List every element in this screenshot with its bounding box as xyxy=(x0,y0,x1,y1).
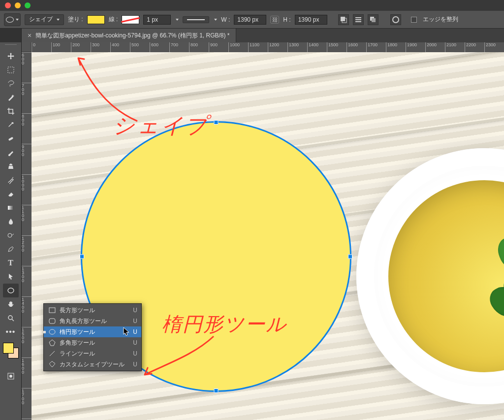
eyedropper-tool[interactable] xyxy=(3,118,19,132)
foreground-color-swatch[interactable] xyxy=(3,343,14,354)
ruler-tick: 700 xyxy=(169,42,178,52)
svg-rect-7 xyxy=(8,67,14,73)
ruler-tick: 1600 xyxy=(346,42,358,52)
document-tab-title: 簡単な図形appetizer-bowl-cooking-5794.jpg @ 6… xyxy=(35,32,229,40)
spot-healing-tool[interactable] xyxy=(3,132,19,146)
blur-tool[interactable] xyxy=(3,215,19,228)
move-tool[interactable] xyxy=(3,49,19,63)
ruler-tick: 500 xyxy=(130,42,139,52)
tool-mode-label: シェイプ xyxy=(29,15,53,24)
gradient-tool[interactable] xyxy=(3,201,19,215)
ruler-origin[interactable] xyxy=(22,42,32,52)
shape-width-input[interactable] xyxy=(234,15,266,25)
align-edges-label: エッジを整列 xyxy=(423,15,458,24)
flyout-item-label: カスタムシェイプツール xyxy=(60,360,125,369)
svg-rect-16 xyxy=(49,319,55,323)
svg-point-17 xyxy=(49,329,55,334)
ruler-tick: 2200 xyxy=(465,42,476,52)
stroke-label: 線 : xyxy=(109,15,118,24)
path-alignment-button[interactable] xyxy=(353,14,364,25)
selection-handle-top[interactable] xyxy=(214,120,219,125)
lasso-tool[interactable] xyxy=(3,77,19,91)
options-bar: シェイプ 塗り : 線 : W : ⛓ H : エッジを整列 xyxy=(0,11,504,29)
ruler-tick: 1900 xyxy=(406,42,417,52)
gear-icon xyxy=(392,16,399,23)
fill-color-swatch[interactable] xyxy=(87,15,105,24)
flyout-item-polygon[interactable]: 多角形ツールU xyxy=(44,337,141,348)
chevron-down-icon[interactable] xyxy=(214,19,217,21)
clone-stamp-tool[interactable] xyxy=(3,160,19,173)
ruler-tick: 600 xyxy=(22,52,32,65)
shape-options-button[interactable] xyxy=(390,14,401,25)
zoom-window-button[interactable] xyxy=(25,2,31,8)
ruler-tick: 1100 xyxy=(248,42,259,52)
ruler-tick: 1100 xyxy=(22,205,32,222)
ruler-tick: 200 xyxy=(71,42,80,52)
minimize-window-button[interactable] xyxy=(15,2,21,8)
height-label: H : xyxy=(283,16,290,23)
fill-label: 塗り : xyxy=(68,15,83,24)
eraser-tool[interactable] xyxy=(3,187,19,201)
selection-handle-left[interactable] xyxy=(80,255,84,259)
canvas-area: 0100200300400500600700800900100011001200… xyxy=(22,42,504,420)
custom-icon xyxy=(48,360,57,368)
align-edges-checkbox[interactable] xyxy=(411,17,417,23)
tool-mode-select[interactable]: シェイプ xyxy=(25,14,64,25)
selection-handle-bottom[interactable] xyxy=(214,388,219,393)
flyout-shortcut: U xyxy=(133,339,137,346)
ruler-tick: 1500 xyxy=(22,327,32,344)
svg-rect-3 xyxy=(355,19,361,20)
flyout-item-ellipse[interactable]: 楕円形ツールU xyxy=(44,326,141,337)
ruler-tick: 900 xyxy=(209,42,218,52)
stroke-style-select[interactable] xyxy=(183,16,209,23)
horizontal-ruler[interactable]: 0100200300400500600700800900100011001200… xyxy=(32,42,504,52)
stroke-width-input[interactable] xyxy=(143,15,171,25)
quick-mask-toggle[interactable] xyxy=(3,369,19,383)
path-operations-button[interactable] xyxy=(338,14,349,25)
ruler-tick: 300 xyxy=(91,42,99,52)
shape-tool[interactable] xyxy=(3,284,19,297)
flyout-shortcut: U xyxy=(133,318,137,324)
dodge-tool[interactable] xyxy=(3,228,19,242)
edit-toolbar-button[interactable]: ••• xyxy=(3,325,19,339)
flyout-item-roundrect[interactable]: 角丸長方形ツールU xyxy=(44,316,141,326)
svg-rect-15 xyxy=(49,308,55,313)
close-tab-icon[interactable]: × xyxy=(28,32,32,39)
flyout-shortcut: U xyxy=(133,361,137,368)
window-chrome xyxy=(0,0,504,11)
link-dimensions-toggle[interactable]: ⛓ xyxy=(270,16,279,24)
document-tabs: × 簡単な図形appetizer-bowl-cooking-5794.jpg @… xyxy=(0,29,504,42)
current-tool-indicator[interactable] xyxy=(4,13,21,26)
brush-tool[interactable] xyxy=(3,146,19,160)
chevron-down-icon[interactable] xyxy=(176,19,179,21)
path-selection-tool[interactable] xyxy=(3,270,19,284)
type-tool[interactable]: T xyxy=(3,256,19,270)
flyout-item-label: ラインツール xyxy=(60,350,95,358)
panel-collapse-handle[interactable] xyxy=(0,29,22,42)
document-tab[interactable]: × 簡単な図形appetizer-bowl-cooking-5794.jpg @… xyxy=(22,29,236,42)
svg-rect-6 xyxy=(372,18,376,22)
zoom-tool[interactable] xyxy=(3,311,19,325)
shape-height-input[interactable] xyxy=(295,15,327,25)
close-window-button[interactable] xyxy=(5,2,11,8)
selection-handle-right[interactable] xyxy=(348,255,352,259)
color-swatches[interactable] xyxy=(2,342,20,359)
ruler-tick: 800 xyxy=(22,113,32,126)
hand-tool[interactable] xyxy=(3,297,19,311)
panel-grip[interactable] xyxy=(3,44,18,48)
path-arrangement-button[interactable] xyxy=(368,14,378,25)
history-brush-tool[interactable] xyxy=(3,173,19,187)
ellipse-icon xyxy=(48,328,57,336)
crop-tool[interactable] xyxy=(3,104,19,118)
marquee-tool[interactable] xyxy=(3,63,19,77)
stroke-color-swatch[interactable] xyxy=(122,15,139,24)
vertical-ruler[interactable]: 6007008009001000110012001300140015001600… xyxy=(22,52,32,420)
pen-tool[interactable] xyxy=(3,242,19,256)
polygon-icon xyxy=(48,339,57,347)
flyout-item-line[interactable]: ラインツールU xyxy=(44,348,141,359)
svg-line-19 xyxy=(50,351,55,356)
magic-wand-tool[interactable] xyxy=(3,91,19,104)
flyout-item-rect[interactable]: 長方形ツールU xyxy=(44,305,141,316)
ruler-tick: 1700 xyxy=(22,388,32,405)
flyout-item-custom[interactable]: カスタムシェイプツールU xyxy=(44,359,141,370)
